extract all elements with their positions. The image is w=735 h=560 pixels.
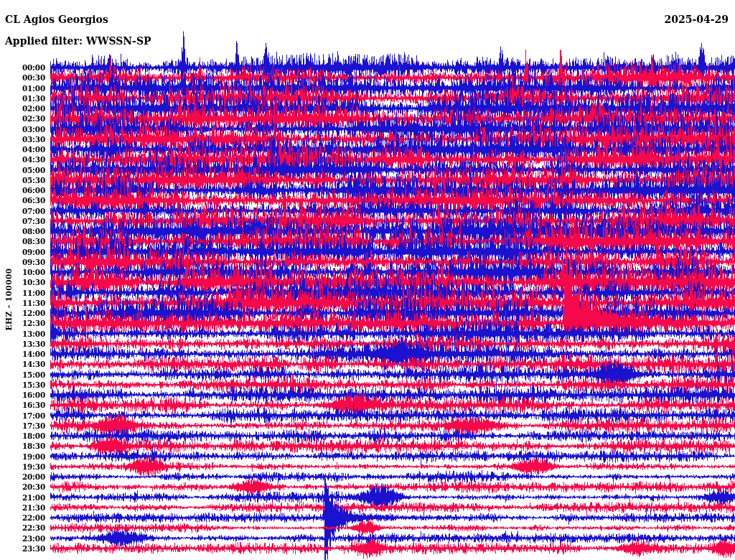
time-label: 09:30: [0, 258, 45, 266]
time-label: 10:00: [0, 268, 45, 276]
time-label: 19:30: [0, 462, 45, 471]
time-label: 01:00: [0, 84, 45, 93]
time-label: 23:30: [0, 544, 45, 553]
time-label: 12:00: [0, 309, 45, 317]
time-label: 16:30: [0, 401, 45, 409]
time-label: 06:30: [0, 196, 45, 205]
time-label: 21:30: [0, 503, 45, 512]
time-label: 18:00: [0, 431, 45, 440]
time-label: 17:30: [0, 421, 45, 430]
station-title: CL Agios Georgios: [5, 14, 108, 25]
filter-label: Applied filter: WWSSN-SP: [5, 35, 151, 47]
time-label: 04:30: [0, 155, 45, 164]
time-label: 20:30: [0, 482, 45, 491]
time-label: 22:30: [0, 523, 45, 532]
time-label: 11:30: [0, 299, 45, 307]
time-label: 02:00: [0, 104, 45, 113]
helicorder-page: CL Agios Georgios 2025-04-29 Applied fil…: [0, 0, 735, 560]
time-label: 07:00: [0, 207, 45, 215]
time-label: 06:00: [0, 186, 45, 195]
time-label: 01:30: [0, 94, 45, 103]
time-label: 00:30: [0, 73, 45, 82]
time-label: 03:30: [0, 135, 45, 144]
helicorder-plot: [0, 0, 735, 560]
time-label: 00:00: [0, 63, 45, 72]
time-label: 08:30: [0, 237, 45, 246]
time-label: 23:00: [0, 534, 45, 543]
time-label: 07:30: [0, 217, 45, 225]
time-label: 04:00: [0, 145, 45, 154]
time-label: 12:30: [0, 319, 45, 327]
time-label: 13:30: [0, 340, 45, 348]
time-label: 22:00: [0, 513, 45, 522]
time-label: 14:00: [0, 350, 45, 358]
time-label: 09:00: [0, 248, 45, 256]
time-label: 16:00: [0, 391, 45, 399]
time-label: 13:00: [0, 330, 45, 338]
time-label: 15:00: [0, 370, 45, 379]
time-label: 18:30: [0, 442, 45, 450]
time-label: 05:00: [0, 166, 45, 174]
time-label: 03:00: [0, 125, 45, 134]
time-label: 10:30: [0, 278, 45, 286]
time-label: 21:00: [0, 493, 45, 502]
time-label: 08:00: [0, 227, 45, 235]
time-label: 19:00: [0, 452, 45, 461]
time-label: 15:30: [0, 381, 45, 389]
date-label: 2025-04-29: [664, 14, 729, 25]
time-label: 02:30: [0, 114, 45, 123]
time-label: 14:30: [0, 360, 45, 368]
time-label: 17:00: [0, 411, 45, 420]
time-label: 11:00: [0, 289, 45, 297]
time-label: 05:30: [0, 176, 45, 185]
time-label: 20:00: [0, 472, 45, 481]
